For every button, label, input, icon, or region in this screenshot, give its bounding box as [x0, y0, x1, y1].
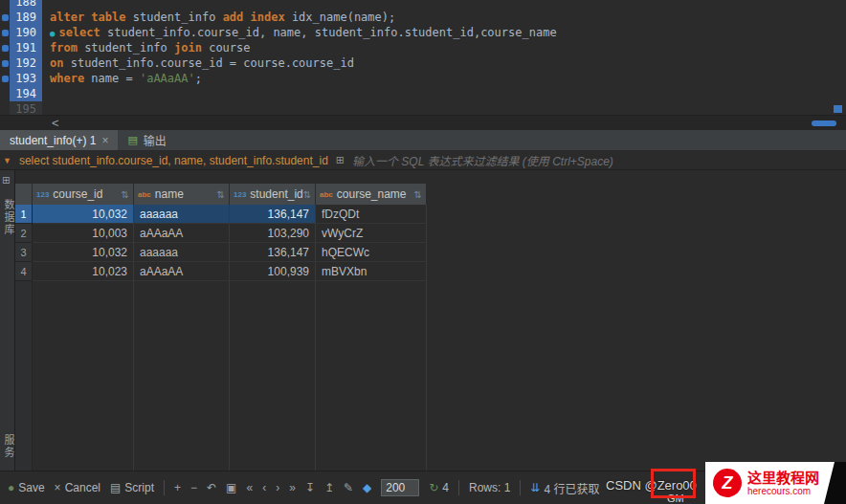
row-number[interactable]: 3	[15, 243, 33, 262]
column-type-icon: abc	[320, 190, 333, 199]
editor-line[interactable]: 195	[0, 101, 846, 115]
editor-line[interactable]: 188	[0, 0, 846, 10]
column-label: course_id	[53, 187, 102, 201]
statement-marker-icon	[0, 71, 10, 86]
view-options-icon[interactable]: ◆	[363, 481, 371, 494]
table-row[interactable]: 210,003aAAaAA103,290vWyCrZ	[15, 224, 427, 243]
grid-cell[interactable]: 10,032	[33, 205, 134, 224]
script-button[interactable]: ▤ Script	[110, 481, 154, 494]
column-header-name[interactable]: abcname⇅	[134, 184, 230, 205]
script-label: Script	[124, 481, 154, 494]
tool-strip-icon[interactable]: ⊞	[2, 175, 10, 186]
code-line-text: on student_info.course_id = course.cours…	[42, 55, 354, 71]
editor-line[interactable]: 189alter table student_info add index id…	[0, 10, 846, 25]
scrollbar-marker	[834, 105, 842, 113]
column-label: student_id	[250, 187, 302, 201]
gutter-edge	[0, 86, 10, 101]
refresh-button[interactable]: ↻ 4	[429, 481, 449, 494]
line-number: 189	[10, 10, 42, 25]
edit-icon[interactable]: ✎	[344, 481, 353, 494]
column-header-course_id[interactable]: 123course_id⇅	[33, 184, 134, 205]
scrollbar-thumb[interactable]	[812, 121, 836, 126]
brand-title: 这里教程网	[747, 470, 819, 486]
last-page-icon[interactable]: »	[289, 481, 296, 494]
result-filter-bar[interactable]: ▼ select student_info.course_id, name, s…	[0, 151, 846, 170]
grid-cell[interactable]: 100,939	[230, 262, 316, 281]
column-label: name	[155, 187, 184, 201]
editor-line[interactable]: 193where name = 'aAAaAA';	[0, 71, 846, 86]
tool-window-database[interactable]: 数据库	[1, 199, 16, 236]
table-row[interactable]: 110,032aaaaaa136,147fDzQDt	[15, 205, 427, 224]
import-icon[interactable]: ↥	[324, 481, 334, 494]
table-row[interactable]: 410,023aAAaAA100,939mBVXbn	[15, 262, 427, 281]
export-icon[interactable]: ↧	[305, 481, 315, 494]
close-icon[interactable]: ×	[101, 134, 108, 147]
tab-student-info[interactable]: student_info(+) 1 ×	[0, 130, 118, 150]
tab-label: 输出	[144, 132, 167, 148]
save-button[interactable]: ● Save	[8, 481, 45, 494]
fetched-label: 4 行已获取	[544, 480, 599, 496]
column-header-course_name[interactable]: abccourse_name⇅	[316, 184, 427, 205]
cancel-icon: ×	[55, 481, 61, 494]
scroll-left-arrow[interactable]: <	[52, 116, 59, 131]
copy-icon[interactable]: ▣	[226, 481, 236, 494]
grid-cell[interactable]: 10,032	[33, 243, 134, 262]
revert-icon[interactable]: ↶	[207, 481, 216, 494]
next-page-icon[interactable]: ›	[276, 481, 279, 494]
grid-cell[interactable]: 10,003	[33, 224, 134, 243]
grid-cell[interactable]: aaaaaa	[134, 205, 230, 224]
grid-cell[interactable]: aAAaAA	[134, 262, 230, 281]
grid-cell[interactable]: 136,147	[230, 205, 316, 224]
editor-line[interactable]: 190●select student_info.course_id, name,…	[0, 25, 846, 40]
grid-cell[interactable]: hQECWc	[316, 243, 427, 262]
grid-cell[interactable]: 10,023	[33, 262, 134, 281]
statement-marker-icon	[0, 10, 10, 25]
code-line-text	[42, 86, 50, 101]
tool-window-strip: ⊞ 数据库 服务	[0, 170, 15, 471]
tool-window-services[interactable]: 服务	[1, 434, 16, 459]
sort-filter-icon[interactable]: ⇅	[122, 189, 129, 200]
grid-cell[interactable]: 103,290	[230, 224, 316, 243]
code-line-text: from student_info join course	[42, 40, 251, 55]
save-label: Save	[18, 481, 44, 494]
page-size-input[interactable]	[381, 479, 419, 496]
grid-cell[interactable]: fDzQDt	[316, 205, 427, 224]
table-row[interactable]: 310,032aaaaaa136,147hQECWc	[15, 243, 427, 262]
statement-marker-icon	[0, 55, 10, 71]
grid-cell[interactable]: aaaaaa	[134, 243, 230, 262]
filter-placeholder: 输入一个 SQL 表达式来过滤结果 (使用 Ctrl+Space)	[352, 152, 613, 168]
editor-line[interactable]: 192on student_info.course_id = course.co…	[0, 55, 846, 71]
editor-hscrollbar[interactable]: <	[0, 115, 846, 130]
editor-line[interactable]: 191from student_info join course	[0, 40, 846, 55]
code-line-text: alter table student_info add index idx_n…	[42, 10, 395, 25]
row-number[interactable]: 4	[15, 262, 33, 281]
row-number[interactable]: 2	[15, 224, 33, 243]
sql-editor[interactable]: 188189alter table student_info add index…	[0, 0, 846, 115]
sort-filter-icon[interactable]: ⇅	[414, 189, 422, 200]
row-number[interactable]: 1	[15, 205, 33, 224]
cancel-button[interactable]: × Cancel	[55, 481, 100, 494]
line-number: 193	[10, 71, 42, 86]
output-icon: ▤	[127, 134, 137, 146]
grid-cell[interactable]: mBVXbn	[316, 262, 427, 281]
grid-cell[interactable]: 136,147	[230, 243, 316, 262]
rows-label: Rows: 1	[469, 481, 510, 494]
add-row-icon[interactable]: +	[174, 481, 181, 494]
prev-page-icon[interactable]: ‹	[262, 481, 266, 494]
refresh-count: 4	[442, 481, 449, 494]
header-corner	[15, 184, 33, 205]
gutter-edge	[0, 101, 10, 115]
delete-row-icon[interactable]: −	[190, 481, 197, 494]
column-header-student_id[interactable]: 123student_id⇅	[230, 184, 316, 205]
sort-filter-icon[interactable]: ⇅	[217, 189, 225, 200]
line-number: 191	[10, 40, 42, 55]
code-line-text	[42, 101, 50, 115]
grid-cell[interactable]: aAAaAA	[134, 224, 230, 243]
editor-line[interactable]: 194	[0, 86, 846, 101]
sort-filter-icon[interactable]: ⇅	[303, 189, 311, 200]
first-page-icon[interactable]: «	[246, 481, 253, 494]
grid-cell[interactable]: vWyCrZ	[316, 224, 427, 243]
brand-band	[822, 462, 846, 504]
tab-output[interactable]: ▤ 输出	[118, 130, 175, 150]
grid-view-icon: ⊞	[336, 154, 345, 166]
